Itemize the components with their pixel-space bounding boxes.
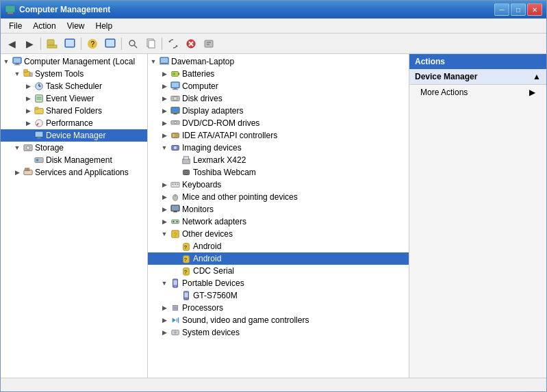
console-button[interactable] xyxy=(102,36,118,51)
tree-item-android-1[interactable]: ? Android xyxy=(148,240,409,252)
svg-text:?: ? xyxy=(184,257,187,262)
tree-item-keyboards[interactable]: ▶ Keyboards xyxy=(148,179,409,191)
tree-item-ide-ata[interactable]: ▶ IDE ATA/ATAPI controllers xyxy=(148,129,409,142)
restore-button[interactable]: □ xyxy=(511,3,526,16)
properties-button[interactable] xyxy=(201,36,217,51)
imaging-devices-icon xyxy=(170,142,181,153)
dvd-rom-icon xyxy=(170,118,181,129)
tree-item-task-scheduler[interactable]: ▶ Task Scheduler xyxy=(1,80,147,92)
minimize-button[interactable]: ─ xyxy=(494,3,509,16)
expand-icon: ▶ xyxy=(159,204,170,215)
tree-item-toshiba-webcam[interactable]: Toshiba Webcam xyxy=(148,166,409,179)
show-hide-console-button[interactable] xyxy=(62,36,78,51)
up-button[interactable] xyxy=(44,36,60,51)
cancel-button[interactable] xyxy=(183,36,199,51)
lexmark-label: Lexmark X422 xyxy=(193,155,246,165)
tree-item-mice[interactable]: ▶ Mice and other pointing devices xyxy=(148,191,409,203)
tree-item-daveman-laptop[interactable]: ▼ Daveman-Laptop xyxy=(148,55,409,68)
shared-folders-icon xyxy=(34,105,44,116)
svg-rect-62 xyxy=(173,114,177,115)
computer-label: Computer xyxy=(182,81,218,91)
refresh-button[interactable] xyxy=(165,36,181,51)
expand-icon xyxy=(170,290,181,301)
tree-item-portable-devices[interactable]: ▼ Portable Devices xyxy=(148,277,409,289)
menu-action[interactable]: Action xyxy=(27,20,61,32)
svg-rect-1 xyxy=(8,12,13,14)
device-manager-section[interactable]: Device Manager ▲ xyxy=(409,69,546,85)
tree-item-event-viewer[interactable]: ▶ Event Viewer xyxy=(1,92,147,105)
expand-icon: ▶ xyxy=(159,105,170,116)
tree-item-batteries[interactable]: ▶ Batteries xyxy=(148,68,409,80)
forward-button[interactable]: ▶ xyxy=(21,36,38,51)
svg-rect-35 xyxy=(35,107,38,109)
menu-help[interactable]: Help xyxy=(90,20,118,32)
svg-rect-104 xyxy=(178,317,179,324)
tree-item-system-devices[interactable]: ▶ System devices xyxy=(148,326,409,339)
tree-item-processors[interactable]: ▶ Processors xyxy=(148,302,409,314)
app-icon xyxy=(5,4,16,15)
svg-rect-77 xyxy=(175,183,176,185)
tree-item-lexmark[interactable]: Lexmark X422 xyxy=(148,154,409,166)
svg-rect-56 xyxy=(173,88,177,90)
tree-item-storage[interactable]: ▼ Storage xyxy=(1,142,147,154)
disk-management-label: Disk Management xyxy=(46,155,112,165)
back-button[interactable]: ◀ xyxy=(3,36,20,51)
svg-rect-66 xyxy=(173,134,175,137)
tree-item-other-devices[interactable]: ▼ ? Other devices xyxy=(148,228,409,240)
svg-rect-57 xyxy=(173,89,179,90)
actions-panel: Actions Device Manager ▲ More Actions ▶ xyxy=(409,54,546,100)
tree-item-computer-management[interactable]: ▼ Computer Management (Local xyxy=(1,55,147,68)
svg-text:?: ? xyxy=(91,40,95,48)
svg-rect-22 xyxy=(14,58,21,63)
copy-button[interactable] xyxy=(142,36,159,51)
more-actions-item[interactable]: More Actions ▶ xyxy=(409,85,546,100)
tree-item-dvd-rom[interactable]: ▶ DVD/CD-ROM drives xyxy=(148,117,409,129)
help-button[interactable]: ? xyxy=(84,36,101,51)
search-button[interactable] xyxy=(125,36,141,51)
sound-video-icon xyxy=(170,315,181,326)
tree-item-android-2[interactable]: ? Android xyxy=(148,252,409,265)
expand-icon: ▶ xyxy=(159,130,170,141)
toshiba-webcam-label: Toshiba Webcam xyxy=(193,168,256,177)
svg-rect-103 xyxy=(177,318,177,322)
svg-point-106 xyxy=(174,331,177,334)
tree-item-network-adapters[interactable]: ▶ Network adapters xyxy=(148,215,409,228)
svg-point-85 xyxy=(173,221,175,223)
tree-item-cdc-serial[interactable]: ? CDC Serial xyxy=(148,265,409,277)
tree-item-gt-s7560m[interactable]: GT-S7560M xyxy=(148,289,409,302)
tree-item-services-applications[interactable]: ▶ Services and Applications xyxy=(1,166,147,179)
tree-item-device-manager[interactable]: Device Manager xyxy=(1,129,147,142)
task-scheduler-icon xyxy=(34,81,44,92)
tree-item-monitors[interactable]: ▶ Monitors xyxy=(148,203,409,215)
svg-point-68 xyxy=(174,146,177,149)
svg-rect-44 xyxy=(36,159,39,161)
toshiba-webcam-icon xyxy=(181,167,192,178)
svg-rect-50 xyxy=(160,64,169,65)
services-icon xyxy=(23,167,34,178)
menu-view[interactable]: View xyxy=(62,20,90,32)
tree-item-shared-folders[interactable]: ▶ Shared Folders xyxy=(1,105,147,117)
system-devices-icon xyxy=(170,327,181,338)
tree-item-sound-video[interactable]: ▶ Sound, video and game controllers xyxy=(148,314,409,326)
tree-item-disk-management[interactable]: Disk Management xyxy=(1,154,147,166)
main-window: Computer Management ─ □ ✕ File Action Vi… xyxy=(0,0,547,392)
title-bar: Computer Management ─ □ ✕ xyxy=(1,1,546,18)
disk-drives-icon xyxy=(170,93,181,104)
tree-item-computer[interactable]: ▶ Computer xyxy=(148,80,409,92)
gt-s7560m-icon xyxy=(181,290,192,301)
close-button[interactable]: ✕ xyxy=(527,3,542,16)
menu-file[interactable]: File xyxy=(3,20,27,32)
system-tools-icon xyxy=(23,68,34,79)
tree-item-performance[interactable]: ▶ Performance xyxy=(1,117,147,129)
status-bar xyxy=(1,378,546,391)
tree-item-display-adapters[interactable]: ▶ Display adapters xyxy=(148,105,409,117)
tree-item-disk-drives[interactable]: ▶ Disk drives xyxy=(148,92,409,105)
expand-icon: ▼ xyxy=(159,142,170,153)
portable-devices-icon xyxy=(170,278,181,289)
more-actions-arrow: ▶ xyxy=(529,88,535,97)
tree-item-imaging-devices[interactable]: ▼ Imaging devices xyxy=(148,142,409,154)
device-manager-section-label: Device Manager xyxy=(415,72,477,81)
svg-rect-52 xyxy=(178,73,179,75)
tree-item-system-tools[interactable]: ▼ System Tools xyxy=(1,68,147,80)
laptop-icon xyxy=(159,56,170,67)
